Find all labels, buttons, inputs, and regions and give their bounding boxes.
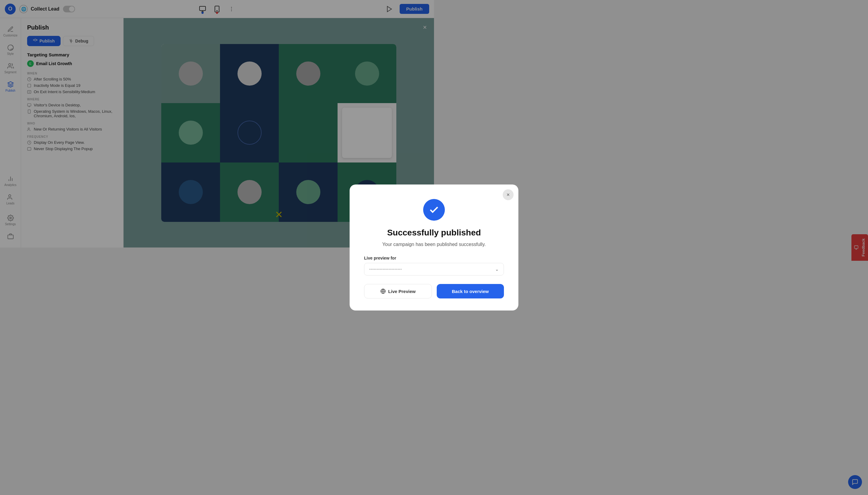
modal-subtitle: Your campaign has been published success… <box>382 242 434 247</box>
modal-overlay: × Successfully published Your campaign h… <box>0 0 434 248</box>
modal-title: Successfully published <box>387 228 434 238</box>
success-modal: × Successfully published Your campaign h… <box>350 185 434 248</box>
success-icon <box>423 199 434 221</box>
